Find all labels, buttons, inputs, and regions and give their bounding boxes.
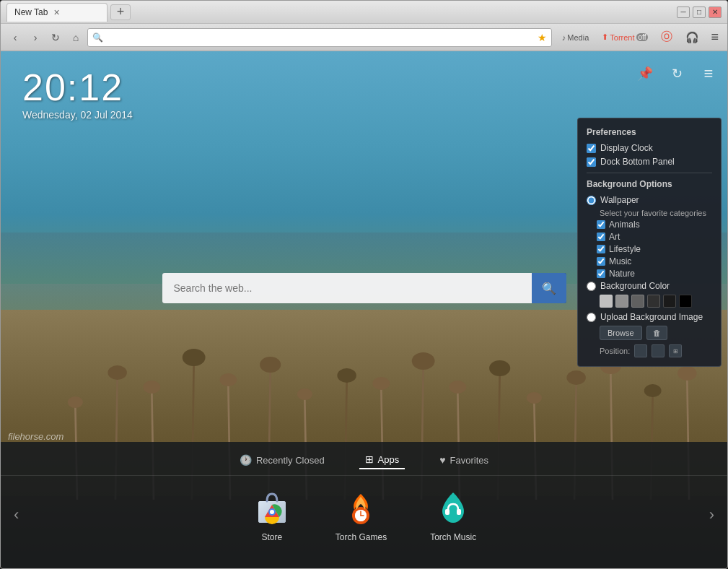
torch-music-icon	[433, 487, 473, 528]
main-menu-button[interactable]: ≡	[708, 28, 722, 46]
opera-button[interactable]: ⓞ	[657, 28, 677, 46]
wallpaper-option: Wallpaper	[587, 195, 712, 205]
display-clock-checkbox[interactable]	[587, 144, 596, 153]
position-btn-2[interactable]	[652, 344, 665, 357]
lifestyle-label: Lifestyle	[609, 244, 641, 254]
address-icons: ★	[538, 32, 547, 43]
apps-row: ‹	[1, 476, 727, 554]
nature-checkbox[interactable]	[597, 269, 605, 278]
headphones-button[interactable]: 🎧	[681, 30, 703, 45]
preferences-title: Preferences	[587, 127, 712, 137]
svg-point-31	[644, 384, 662, 397]
recently-closed-tab[interactable]: 🕐 Recently Closed	[234, 451, 330, 469]
home-button[interactable]: ⌂	[67, 29, 84, 46]
swatch-dark-gray[interactable]	[631, 295, 644, 308]
pin-icon[interactable]: 📌	[633, 62, 657, 85]
bookmark-star-icon[interactable]: ★	[538, 32, 547, 43]
music-checkbox[interactable]	[597, 257, 605, 266]
search-bar: 🔍	[162, 273, 566, 303]
lifestyle-item: Lifestyle	[597, 244, 712, 254]
swatch-black[interactable]	[679, 295, 692, 308]
svg-point-7	[183, 349, 206, 366]
tab-close-button[interactable]: ×	[53, 6, 59, 18]
window-controls: ─ □ ✕	[677, 6, 722, 18]
torch-games-app[interactable]: Torch Games	[336, 487, 387, 542]
nature-item: Nature	[597, 269, 712, 279]
browser-window: New Tab × + ─ □ ✕ ‹ › ↻ ⌂ 🔍 ★ ♪ Media	[0, 0, 728, 569]
color-swatches	[600, 295, 712, 308]
apps-tab[interactable]: ⊞ Apps	[359, 451, 405, 469]
art-checkbox[interactable]	[597, 233, 605, 241]
swatch-medium-gray[interactable]	[615, 295, 628, 308]
torch-games-svg	[341, 488, 380, 527]
delete-button[interactable]: 🗑	[646, 326, 667, 340]
svg-point-5	[143, 381, 160, 394]
store-label: Store	[261, 532, 282, 542]
minimize-button[interactable]: ─	[677, 6, 690, 18]
dock-bottom-panel-checkbox[interactable]	[587, 157, 596, 167]
apps-icon: ⊞	[365, 453, 374, 465]
refresh-page-icon[interactable]: ↻	[665, 62, 688, 85]
media-icon: ♪	[562, 33, 566, 42]
refresh-button[interactable]: ↻	[47, 29, 64, 46]
media-button[interactable]: ♪ Media	[558, 32, 593, 43]
position-btn-1[interactable]	[634, 344, 647, 357]
navigation-bar: ‹ › ↻ ⌂ 🔍 ★ ♪ Media ⬆ Torrent off ⓞ 🎧 ≡	[1, 24, 727, 51]
svg-point-3	[108, 365, 127, 380]
title-bar: New Tab × + ─ □ ✕	[1, 1, 727, 24]
bg-color-option: Background Color	[587, 281, 712, 291]
svg-point-15	[337, 368, 356, 383]
bg-color-radio[interactable]	[587, 282, 596, 291]
new-tab-button[interactable]: +	[110, 4, 131, 20]
close-button[interactable]: ✕	[709, 6, 722, 18]
upload-bg-option: Upload Background Image	[587, 312, 712, 322]
svg-point-13	[297, 388, 312, 400]
display-clock-item: Display Clock	[587, 143, 712, 153]
swatch-darker-gray[interactable]	[647, 295, 660, 308]
lifestyle-checkbox[interactable]	[597, 245, 605, 253]
svg-point-11	[260, 357, 281, 373]
torrent-button[interactable]: ⬆ Torrent off	[597, 31, 652, 43]
browse-button[interactable]: Browse	[600, 326, 642, 340]
torch-music-app[interactable]: Torch Music	[430, 487, 476, 542]
forward-button[interactable]: ›	[27, 29, 44, 46]
svg-point-1	[68, 396, 83, 408]
music-item: Music	[597, 256, 712, 266]
position-label: Position:	[600, 347, 630, 355]
wallpaper-radio[interactable]	[587, 196, 596, 205]
torch-games-label: Torch Games	[336, 532, 387, 542]
active-tab[interactable]: New Tab ×	[6, 3, 108, 22]
favorites-tab[interactable]: ♥ Favorites	[434, 451, 494, 469]
torch-music-label: Torch Music	[430, 532, 476, 542]
svg-rect-44	[445, 509, 449, 515]
back-button[interactable]: ‹	[6, 29, 24, 46]
wallpaper-label: Wallpaper	[600, 195, 639, 205]
torch-games-icon	[341, 487, 381, 528]
search-container: 🔍	[162, 273, 566, 303]
recently-closed-icon: 🕐	[240, 454, 252, 466]
svg-point-25	[527, 392, 542, 404]
art-label: Art	[609, 232, 620, 242]
swatch-near-black[interactable]	[663, 295, 676, 308]
store-icon	[252, 487, 292, 528]
top-right-toolbar: 📌 ↻ ≡	[633, 62, 720, 85]
nature-label: Nature	[609, 269, 635, 279]
swatch-light-gray[interactable]	[600, 295, 613, 308]
upload-bg-radio[interactable]	[587, 313, 596, 322]
store-app[interactable]: Store	[252, 487, 292, 542]
store-svg	[253, 488, 291, 527]
panel-left-arrow[interactable]: ‹	[8, 500, 25, 530]
torrent-icon: ⬆	[602, 32, 608, 42]
search-input[interactable]	[162, 273, 532, 303]
search-button[interactable]: 🔍	[532, 273, 566, 303]
maximize-button[interactable]: □	[693, 6, 706, 18]
panel-right-arrow[interactable]: ›	[703, 500, 720, 530]
svg-point-9	[219, 373, 237, 386]
watermark: filehorse.com	[8, 431, 63, 442]
position-btn-3[interactable]: ⊞	[669, 344, 682, 357]
address-input[interactable]	[106, 32, 538, 43]
hamburger-menu-icon[interactable]: ≡	[697, 62, 720, 85]
animals-item: Animals	[597, 220, 712, 230]
display-clock-label: Display Clock	[600, 143, 653, 153]
animals-checkbox[interactable]	[597, 220, 605, 229]
